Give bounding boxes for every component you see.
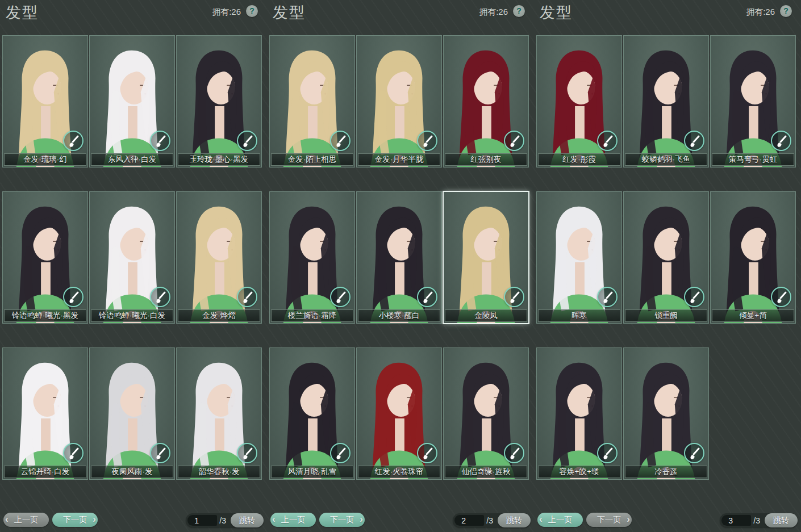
hairstyle-card[interactable]: 韶华春秋·发: [176, 347, 262, 480]
owned-count: 拥有:26: [212, 7, 241, 18]
dye-brush-icon[interactable]: [63, 131, 84, 151]
hairstyle-card[interactable]: 东风入律·白发: [89, 35, 175, 167]
hairstyle-name: 策马弯弓·贯虹: [712, 153, 794, 166]
page-title: 发型: [6, 2, 39, 23]
hairstyle-card[interactable]: 金发·烨熠: [176, 191, 262, 324]
jump-button[interactable]: 跳转: [231, 513, 264, 527]
page-number-input[interactable]: [454, 515, 484, 526]
page-jump-control: /3 跳转: [186, 513, 264, 527]
neck: [308, 106, 318, 141]
next-page-button[interactable]: 下一页 ›: [52, 513, 98, 527]
dye-brush-icon[interactable]: [330, 443, 351, 463]
hairstyle-card[interactable]: 红发·彤霞: [536, 35, 622, 167]
hairstyle-name: 红发·火卷珠帘: [358, 466, 440, 478]
hairstyle-card[interactable]: 仙侣奇缘·旌秋: [443, 347, 529, 480]
dye-brush-icon[interactable]: [237, 287, 257, 307]
dye-brush-icon[interactable]: [417, 131, 437, 151]
hairstyle-card[interactable]: 蛟鳞鹤羽·飞鱼: [623, 35, 709, 167]
help-icon[interactable]: ?: [246, 5, 258, 17]
dye-brush-icon[interactable]: [150, 131, 170, 151]
dye-brush-icon[interactable]: [771, 131, 791, 151]
hairstyle-card[interactable]: 金发·月华半胧: [356, 35, 442, 167]
pagination-bar: ‹ 上一页 下一页 › /3 跳转: [267, 513, 534, 529]
hairstyle-card[interactable]: 冷香遥: [623, 347, 709, 480]
prev-page-button[interactable]: ‹ 上一页: [3, 513, 49, 527]
chevron-left-icon: ‹: [272, 512, 276, 526]
dye-brush-icon[interactable]: [684, 443, 704, 463]
hairstyle-card[interactable]: 夜阑风雨·发: [89, 347, 175, 480]
hairstyle-card[interactable]: 金发·陌上相思: [269, 35, 355, 167]
hairstyle-card[interactable]: 云锦丹绮·白发: [2, 347, 88, 480]
help-icon[interactable]: ?: [513, 5, 525, 17]
dye-brush-icon[interactable]: [504, 443, 524, 463]
hairstyle-name: 金发·陌上相思: [271, 153, 353, 166]
dye-brush-icon[interactable]: [63, 287, 84, 307]
dye-brush-icon[interactable]: [237, 443, 257, 463]
hairstyle-card[interactable]: 玉玲珑·墨心·黑发: [176, 35, 262, 167]
hairstyle-name: 蛟鳞鹤羽·飞鱼: [625, 153, 707, 166]
hairstyle-card[interactable]: 楼兰旖语·霜降: [269, 191, 355, 324]
dye-brush-icon[interactable]: [771, 287, 791, 307]
dye-brush-icon[interactable]: [330, 287, 351, 307]
dye-brush-icon[interactable]: [504, 131, 524, 151]
hairstyle-card[interactable]: 锁重阙: [623, 191, 709, 324]
pagination-bar: ‹ 上一页 下一页 › /3 跳转: [0, 513, 267, 529]
hairstyle-card[interactable]: 铃语鸣蝉·曦光·黑发: [2, 191, 88, 324]
dye-brush-icon[interactable]: [417, 287, 437, 307]
hairstyle-name: 玉玲珑·墨心·黑发: [178, 153, 260, 166]
hairstyle-card[interactable]: 容焕+皎+缕: [536, 347, 622, 480]
hairstyle-name: 云锦丹绮·白发: [4, 466, 86, 478]
neck: [395, 418, 404, 453]
neck: [41, 418, 51, 453]
dye-brush-icon[interactable]: [417, 443, 437, 463]
hairstyle-card[interactable]: 风清月晓·乱雪: [269, 347, 355, 480]
page-number-input[interactable]: [721, 515, 751, 526]
hairstyle-card[interactable]: 策马弯弓·贯虹: [710, 35, 796, 167]
neck: [662, 106, 671, 141]
dye-brush-icon[interactable]: [504, 287, 524, 307]
hairstyle-card[interactable]: 铃语鸣蝉·曦光·白发: [89, 191, 175, 324]
page-number-input[interactable]: [187, 515, 217, 526]
prev-page-button[interactable]: ‹ 上一页: [537, 513, 583, 527]
hairstyle-card[interactable]: 小楼寒·蘸白: [356, 191, 442, 324]
hairstyle-name: 风清月晓·乱雪: [271, 466, 353, 478]
dye-brush-icon[interactable]: [684, 131, 704, 151]
page-title: 发型: [540, 2, 573, 23]
neck: [575, 262, 585, 297]
chevron-right-icon: ›: [627, 512, 630, 526]
hairstyle-card[interactable]: 金陵凤: [443, 191, 529, 324]
hairstyle-card[interactable]: 红发·火卷珠帘: [356, 347, 442, 480]
dye-brush-icon[interactable]: [684, 287, 704, 307]
dye-brush-icon[interactable]: [597, 287, 618, 307]
jump-button[interactable]: 跳转: [765, 513, 798, 527]
dye-brush-icon[interactable]: [63, 443, 84, 463]
help-icon[interactable]: ?: [780, 5, 792, 17]
page-total: /3: [484, 516, 498, 525]
jump-button[interactable]: 跳转: [498, 513, 531, 527]
neck: [575, 106, 585, 141]
dye-brush-icon[interactable]: [237, 131, 257, 151]
hairstyle-panel-3: 发型 拥有:26 ? 红发·彤霞: [534, 0, 801, 532]
hairstyle-card[interactable]: 红弦别夜: [443, 35, 529, 167]
dye-brush-icon[interactable]: [150, 287, 170, 307]
neck: [395, 106, 404, 141]
neck: [662, 262, 671, 297]
next-page-button[interactable]: 下一页 ›: [586, 513, 632, 527]
dye-brush-icon[interactable]: [150, 443, 170, 463]
hairstyle-grid: 金发·陌上相思 金发·月华半胧: [269, 35, 529, 480]
hairstyle-name: 仙侣奇缘·旌秋: [445, 466, 527, 478]
dye-brush-icon[interactable]: [597, 131, 618, 151]
hairstyle-card[interactable]: 金发·琉璃·幻: [2, 35, 88, 167]
hairstyle-name: 韶华春秋·发: [178, 466, 260, 478]
next-page-button[interactable]: 下一页 ›: [319, 513, 365, 527]
hairstyle-card[interactable]: 晖寒: [536, 191, 622, 324]
prev-page-button[interactable]: ‹ 上一页: [270, 513, 316, 527]
hairstyle-card[interactable]: 倾曼+简: [710, 191, 796, 324]
dye-brush-icon[interactable]: [597, 443, 618, 463]
neck: [215, 262, 224, 297]
neck: [482, 106, 491, 141]
chevron-left-icon: ‹: [539, 512, 543, 526]
dye-brush-icon[interactable]: [330, 131, 351, 151]
page-jump-control: /3 跳转: [453, 513, 531, 527]
neck: [128, 262, 137, 297]
